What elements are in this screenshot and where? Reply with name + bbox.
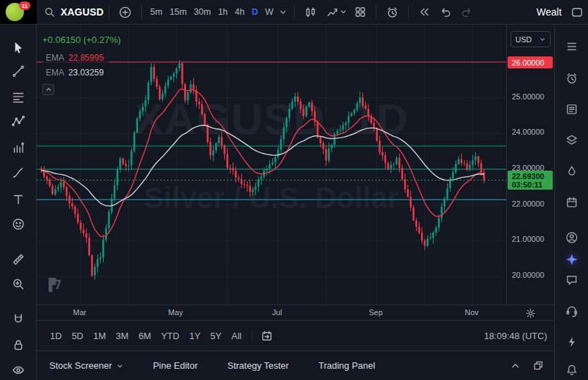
time-axis[interactable]: Mar May Jul Sep Nov	[37, 305, 554, 320]
measure-tool-icon[interactable]	[11, 252, 25, 266]
timeframe-1d[interactable]: D	[248, 4, 262, 20]
boost-lightning-icon[interactable]	[565, 335, 579, 349]
chat-icon[interactable]	[565, 273, 579, 287]
text-tool-icon[interactable]	[11, 192, 25, 207]
go-to-date-icon[interactable]	[257, 329, 276, 343]
currency-select[interactable]: USD	[510, 31, 551, 47]
symbol-search-button[interactable]: XAGUSD	[44, 6, 104, 18]
fullscreen-icon[interactable]	[566, 6, 588, 19]
alert-price-label: 26.00000	[508, 56, 553, 68]
timeframe-15m[interactable]: 15m	[166, 4, 190, 20]
range-all[interactable]: All	[226, 327, 246, 345]
ema-slow-value: 23.03259	[68, 68, 104, 78]
time-tick: Nov	[465, 308, 479, 317]
settings-gear-icon[interactable]	[525, 307, 537, 319]
legend-collapse-button[interactable]	[42, 84, 54, 95]
ai-assistant-sparkle-icon[interactable]	[565, 252, 579, 266]
price-scale[interactable]: USD 26.00000 25.00000 24.00000 23.00000 …	[506, 25, 554, 305]
bar-replay-icon[interactable]	[414, 6, 435, 18]
undo-icon[interactable]	[435, 6, 456, 18]
time-tick: Jul	[272, 308, 282, 317]
brush-tool-icon[interactable]	[11, 166, 25, 180]
lock-drawings-tool-icon[interactable]	[11, 338, 25, 352]
search-icon	[44, 6, 56, 18]
last-price-value: 22.69300	[512, 172, 553, 180]
notifications-bell-icon[interactable]	[565, 363, 579, 377]
candlestick-style-icon[interactable]	[300, 6, 321, 19]
hotlists-flame-icon[interactable]	[565, 164, 579, 178]
tradingview-logo-watermark[interactable]: ▛7	[49, 278, 60, 292]
range-1m[interactable]: 1M	[88, 327, 111, 345]
tab-pine-editor[interactable]: Pine Editor	[153, 356, 198, 375]
currency-label: USD	[515, 35, 532, 44]
range-6m[interactable]: 6M	[133, 327, 156, 345]
chart-canvas[interactable]: XAGUSD, 1D Silver / U.S. Dollar +0.06150…	[37, 25, 506, 305]
fib-retracement-tool-icon[interactable]	[11, 90, 25, 104]
price-tick: 20.00000	[512, 271, 544, 279]
timeframe-4h[interactable]: 4h	[231, 4, 248, 20]
top-toolbar: 11 XAGUSD 5m 15m 30m 1h 4h D W	[0, 0, 588, 25]
timeframe-1w[interactable]: W	[262, 4, 277, 20]
support-headset-icon[interactable]	[565, 303, 579, 317]
indicators-icon[interactable]	[321, 6, 340, 19]
price-tick: 21.00000	[512, 235, 544, 243]
object-tree-icon[interactable]	[565, 133, 579, 147]
ema-fast-value: 22.85995	[68, 53, 104, 63]
cursor-tool-icon[interactable]	[11, 40, 25, 54]
hide-drawings-tool-icon[interactable]	[11, 363, 25, 377]
time-tick: Sep	[369, 308, 383, 317]
bar-countdown: 03:50:11	[512, 180, 553, 189]
right-sidebar	[554, 25, 588, 380]
alerts-icon[interactable]	[565, 71, 579, 85]
timeframe-30m[interactable]: 30m	[190, 4, 214, 20]
magnet-tool-icon[interactable]	[11, 312, 25, 326]
layout-grid-icon[interactable]	[350, 6, 371, 18]
forecast-tool-icon[interactable]	[11, 141, 25, 155]
price-change-text: +0.06150 (+0.27%)	[42, 35, 121, 45]
time-tick: May	[169, 308, 183, 317]
pattern-xabcd-tool-icon[interactable]	[11, 114, 25, 128]
session-clock[interactable]: 18:09:48 (UTC)	[484, 331, 554, 341]
range-ytd[interactable]: YTD	[156, 327, 184, 345]
range-5y[interactable]: 5Y	[205, 327, 226, 345]
watchlist-icon[interactable]	[565, 39, 579, 54]
broker-logo[interactable]: 11	[0, 0, 37, 24]
range-5d[interactable]: 5D	[67, 327, 89, 345]
alert-clock-icon[interactable]	[381, 6, 403, 19]
tab-strategy-tester[interactable]: Strategy Tester	[227, 356, 288, 375]
account-label[interactable]: Wealt	[537, 6, 566, 18]
redo-icon[interactable]	[456, 6, 477, 18]
timeframe-1h[interactable]: 1h	[214, 4, 231, 20]
bottom-panel-bar: Stock Screener Pine Editor Strategy Test…	[37, 350, 554, 380]
price-tick: 24.00000	[512, 128, 544, 136]
range-3m[interactable]: 3M	[111, 327, 133, 345]
trading-app: 11 XAGUSD 5m 15m 30m 1h 4h D W	[0, 0, 588, 380]
range-toolbar: 1D 5D 1M 3M 6M YTD 1Y 5Y All 18:09:48 (U…	[37, 320, 554, 350]
ema-slow-legend[interactable]: EMA 23.03259	[42, 66, 109, 79]
panel-expand-chevron-icon[interactable]	[510, 360, 521, 372]
price-tick: 25.00000	[512, 92, 544, 101]
tab-stock-screener[interactable]: Stock Screener	[49, 356, 123, 375]
chart-legend: +0.06150 (+0.27%) EMA 22.85995 EMA 23.03…	[42, 35, 121, 95]
range-1d[interactable]: 1D	[45, 327, 67, 345]
emoji-tool-icon[interactable]	[11, 217, 25, 231]
calendar-icon[interactable]	[565, 195, 579, 209]
compare-add-icon[interactable]	[114, 6, 136, 19]
zoom-in-tool-icon[interactable]	[11, 277, 25, 291]
trendline-tool-icon[interactable]	[11, 64, 25, 78]
timeframe-5m[interactable]: 5m	[147, 4, 166, 20]
ema-fast-legend[interactable]: EMA 22.85995	[42, 51, 109, 64]
panel-maximize-icon[interactable]	[532, 360, 544, 372]
range-1y[interactable]: 1Y	[184, 327, 205, 345]
price-tick: 22.00000	[512, 200, 544, 208]
drawing-toolbar	[0, 25, 37, 380]
indicators-menu-chevron-icon[interactable]	[340, 8, 350, 16]
tab-trading-panel[interactable]: Trading Panel	[319, 356, 375, 375]
chevron-down-icon	[116, 362, 123, 369]
news-icon[interactable]	[565, 102, 579, 116]
last-price-badge: 22.69300 03:50:11	[508, 171, 553, 190]
ideas-profile-icon[interactable]	[565, 231, 579, 245]
timeframe-menu-chevron-icon[interactable]	[277, 8, 289, 16]
notification-count-badge: 11	[19, 1, 30, 10]
time-tick: Mar	[73, 308, 87, 317]
